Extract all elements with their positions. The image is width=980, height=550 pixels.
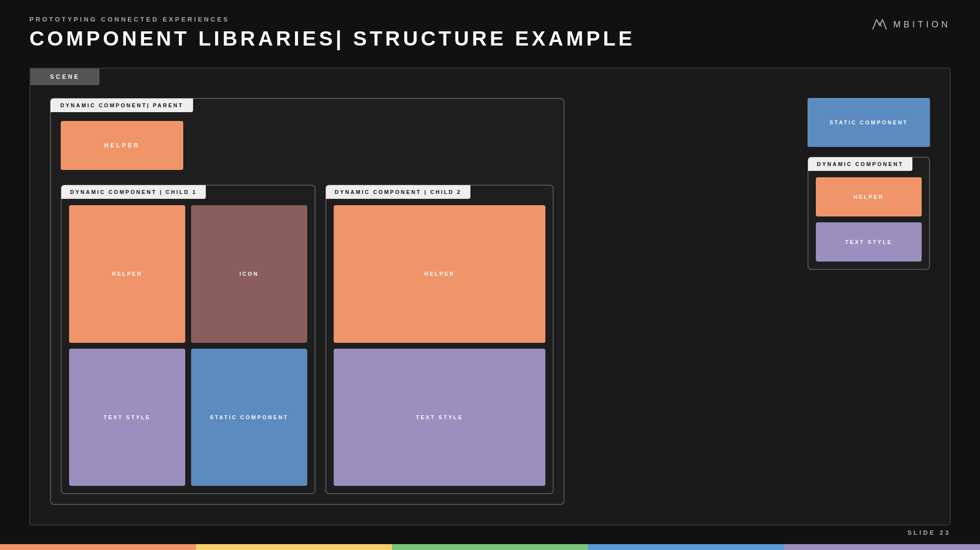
- dynamic-component-parent: DYNAMIC COMPONENT| PARENT HELPER DYNAMIC…: [50, 98, 564, 505]
- right-side-panel: STATIC COMPONENT DYNAMIC COMPONENT HELPE…: [808, 98, 930, 270]
- child1-icon-box: ICON: [191, 205, 307, 343]
- child1-helper-box: HELPER: [69, 205, 185, 343]
- dynamic-parent-label: DYNAMIC COMPONENT| PARENT: [50, 98, 193, 112]
- child2-helper-box: HELPER: [334, 205, 545, 343]
- child2-helper-label: HELPER: [424, 271, 455, 277]
- bottom-color-bar: [0, 544, 980, 550]
- parent-helper-label: HELPER: [104, 142, 140, 149]
- bar-segment-5: [784, 544, 980, 550]
- child1-icon-label: ICON: [240, 271, 259, 277]
- diagram-area: SCENE DYNAMIC COMPONENT| PARENT HELPER D…: [29, 68, 951, 526]
- page-subtitle: PROTOTYPING CONNECTED EXPERIENCES: [29, 16, 951, 23]
- logo-text: MBITION: [893, 20, 951, 30]
- child1-grid: HELPER ICON TEXT STYLE STATIC COMPONENT: [69, 205, 307, 486]
- scene-label: SCENE: [30, 69, 99, 85]
- right-dynamic-helper-label: HELPER: [854, 194, 884, 200]
- right-dynamic-textstyle-label: TEXT STYLE: [845, 239, 893, 245]
- child1-textstyle-box: TEXT STYLE: [69, 349, 185, 486]
- bar-segment-3: [392, 544, 588, 550]
- right-dynamic-textstyle: TEXT STYLE: [816, 222, 922, 262]
- bar-segment-1: [0, 544, 196, 550]
- bar-segment-2: [196, 544, 392, 550]
- child1-textstyle-label: TEXT STYLE: [103, 414, 151, 420]
- child2-textstyle-label: TEXT STYLE: [416, 414, 464, 420]
- child1-static-box: STATIC COMPONENT: [191, 349, 307, 486]
- child2-label: DYNAMIC COMPONENT | CHILD 2: [326, 185, 470, 199]
- header: PROTOTYPING CONNECTED EXPERIENCES COMPON…: [29, 16, 951, 50]
- child2-textstyle-box: TEXT STYLE: [334, 349, 545, 486]
- child1-label: DYNAMIC COMPONENT | CHILD 1: [61, 185, 206, 199]
- right-dynamic-label: DYNAMIC COMPONENT: [808, 157, 912, 171]
- logo: MBITION: [871, 16, 951, 33]
- bar-segment-4: [588, 544, 784, 550]
- child2-grid: HELPER TEXT STYLE: [334, 205, 545, 486]
- child2-container: DYNAMIC COMPONENT | CHILD 2 HELPER TEXT …: [325, 185, 554, 494]
- right-static-box: STATIC COMPONENT: [808, 98, 930, 147]
- right-static-label: STATIC COMPONENT: [830, 120, 908, 125]
- page-title: COMPONENT LIBRARIES| STRUCTURE EXAMPLE: [29, 27, 951, 50]
- logo-icon: [871, 16, 888, 33]
- child1-helper-label: HELPER: [112, 271, 143, 277]
- slide-number: SLIDE 23: [907, 529, 951, 536]
- child1-container: DYNAMIC COMPONENT | CHILD 1 HELPER ICON …: [61, 185, 316, 494]
- children-row: DYNAMIC COMPONENT | CHILD 1 HELPER ICON …: [61, 185, 554, 494]
- right-dynamic-helper: HELPER: [816, 177, 922, 216]
- parent-helper-box: HELPER: [61, 121, 183, 170]
- right-dynamic-container: DYNAMIC COMPONENT HELPER TEXT STYLE: [808, 157, 930, 270]
- child1-static-label: STATIC COMPONENT: [210, 414, 289, 420]
